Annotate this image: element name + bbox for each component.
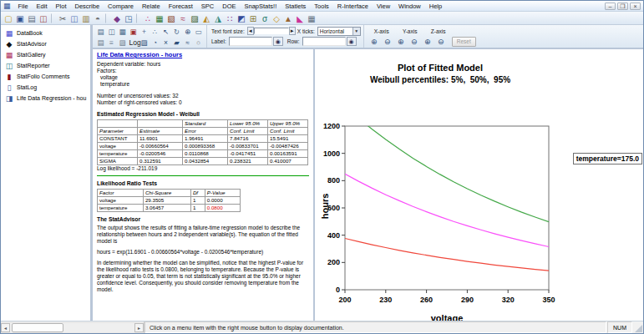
table-options-icon[interactable]: ▤ <box>96 26 106 36</box>
menu-item[interactable]: DOE <box>218 3 240 10</box>
minimize-button[interactable]: – <box>605 3 616 10</box>
slider-right-arrow-icon[interactable]: ► <box>289 27 296 35</box>
preview-window-icon[interactable]: ◫ <box>38 13 49 23</box>
zoom-in-y-axis-icon[interactable]: ⊕ <box>395 37 407 47</box>
temperature-annotation[interactable]: temperature=175.0 <box>573 153 642 164</box>
menu-item[interactable]: Describe <box>70 3 104 10</box>
zoom-out-x-axis-icon[interactable]: ⊖ <box>382 37 393 47</box>
separator[interactable] <box>51 13 55 23</box>
rotate-icon[interactable]: ↻ <box>172 26 182 36</box>
chart-pane: Plot of Fitted Model Weibull percentiles… <box>315 49 643 321</box>
restore-button[interactable]: ❐ <box>617 3 628 10</box>
comment-icon[interactable]: ◓ <box>93 13 104 23</box>
save-graph-icon[interactable]: ▣ <box>129 26 139 36</box>
reset-button[interactable]: Reset <box>452 37 476 47</box>
hatch-icon[interactable]: ▨ <box>139 37 150 47</box>
text-font-size-slider[interactable]: ◄► <box>247 27 296 35</box>
paste-icon[interactable]: ▥ <box>81 13 92 23</box>
sidebar-item[interactable]: ▦ DataBook <box>1 28 90 38</box>
print-icon[interactable]: ▤ <box>27 13 38 23</box>
zoom-in-x-axis-icon[interactable]: ⊕ <box>368 37 380 47</box>
smooth-icon[interactable]: ≈ <box>183 37 193 47</box>
forecast-icon[interactable]: ◭ <box>201 13 212 23</box>
zoom-in-z-axis-icon[interactable]: ⊕ <box>422 37 434 47</box>
save-statfolio-icon[interactable]: ▣ <box>15 13 26 23</box>
sidebar-item[interactable]: ▯ StatLog <box>1 82 90 93</box>
copy-analysis-icon[interactable]: ≡ <box>107 37 117 47</box>
aspect-ratio-icon[interactable]: ▭ <box>194 26 204 36</box>
find-label-icon[interactable]: ◉ <box>273 37 283 46</box>
zoom-out-z-axis-icon[interactable]: ⊖ <box>435 37 447 47</box>
cut-icon[interactable]: ✂ <box>58 13 68 23</box>
sidebar-item[interactable]: ▮ StatFolio Comments <box>1 71 90 82</box>
log-icon[interactable]: Log <box>129 37 139 47</box>
snapstats-icon[interactable]: ◩ <box>236 13 247 23</box>
find-row-icon[interactable]: ◉ <box>347 37 357 46</box>
brush-icon[interactable]: ▰ <box>172 37 182 47</box>
sidebar-item[interactable]: ◨ Life Data Regression - hou <box>1 93 90 104</box>
calculator-icon[interactable]: ▦ <box>307 13 317 23</box>
menu-item[interactable]: R-Interface <box>333 3 373 10</box>
menu-item[interactable]: Edit <box>33 3 52 10</box>
close-button[interactable]: × <box>630 3 641 10</box>
resize-grip[interactable] <box>632 321 643 333</box>
separator[interactable] <box>136 13 140 23</box>
scroll-right-icon[interactable]: ► <box>134 323 144 332</box>
anova-icon[interactable]: ▨ <box>190 13 200 23</box>
slider-left-arrow-icon[interactable]: ◄ <box>247 27 254 35</box>
show-points-icon[interactable]: ∴ <box>150 26 160 36</box>
exclude-icon[interactable]: × <box>161 37 171 47</box>
sidebar-horizontal-scrollbar[interactable]: ◄ ► <box>1 321 145 333</box>
scatterplot-icon[interactable]: ∴ <box>143 13 154 23</box>
copy-icon[interactable]: ◫ <box>69 13 80 23</box>
image-icon[interactable]: ▨ <box>118 37 128 47</box>
sidebar-item[interactable]: ◫ StatReporter <box>1 60 90 71</box>
label-input[interactable] <box>229 37 272 46</box>
relate-icon[interactable]: ≈ <box>178 13 189 23</box>
menu-item[interactable]: Statlets <box>281 3 310 10</box>
zoom-out-y-axis-icon[interactable]: ⊖ <box>408 37 420 47</box>
x-ticks-select[interactable]: Horizontal ▼ <box>317 27 361 36</box>
scrollbar-thumb[interactable] <box>12 323 63 332</box>
menu-item[interactable]: Plot <box>52 3 71 10</box>
print-preview-icon[interactable]: ◳ <box>124 13 134 23</box>
sidebar-item[interactable]: ◆ StatAdvisor <box>1 38 90 49</box>
select-arrow-icon[interactable]: ↖ <box>161 26 171 36</box>
sixsigma-icon[interactable]: σ <box>260 13 271 23</box>
graph-options-icon[interactable]: ◫ <box>107 26 117 36</box>
menu-item[interactable]: SnapStats!! <box>241 3 281 10</box>
spc-icon[interactable]: ◮ <box>213 13 224 23</box>
montecarlo-icon[interactable]: ▲ <box>283 13 294 23</box>
separator[interactable] <box>105 13 109 23</box>
scrollbar-track[interactable] <box>10 323 134 332</box>
menu-item[interactable]: Help <box>425 3 446 10</box>
describe-icon[interactable]: ▦ <box>155 13 165 23</box>
pan-icon[interactable]: + <box>139 26 150 36</box>
new-statfolio-icon[interactable]: ▢ <box>3 13 14 23</box>
statlets-icon[interactable]: ⊞ <box>248 13 259 23</box>
compare-icon[interactable]: ▧ <box>166 13 177 23</box>
menu-item[interactable]: Tools <box>310 3 333 10</box>
zoom-icon[interactable]: ⊕ <box>183 26 193 36</box>
menu-item[interactable]: SPC <box>197 3 218 10</box>
sidebar-item[interactable]: ▦ StatGallery <box>1 49 90 60</box>
slider-track[interactable] <box>254 28 289 34</box>
menu-item[interactable]: Forecast <box>165 3 197 10</box>
flag-icon[interactable]: ◣ <box>295 13 306 23</box>
menu-item[interactable]: View <box>373 3 394 10</box>
menu-item[interactable]: Relate <box>138 3 165 10</box>
statlink-icon[interactable]: ◆ <box>112 13 123 23</box>
sidebar-item-label: Life Data Regression - hou <box>17 95 86 101</box>
print-graph-icon[interactable]: ▤ <box>96 37 106 47</box>
menu-item[interactable]: Window <box>394 3 425 10</box>
report-title[interactable]: Life Data Regression - hours <box>97 52 309 58</box>
lamp-icon[interactable]: ○ <box>194 37 204 47</box>
menu-item[interactable]: File <box>14 3 33 10</box>
identify-icon[interactable]: ◔ <box>150 37 160 47</box>
statwizard-icon[interactable]: ◇ <box>271 13 282 23</box>
row-input[interactable] <box>302 37 346 46</box>
tile-windows-icon[interactable]: ▦ <box>118 26 128 36</box>
scroll-left-icon[interactable]: ◄ <box>1 323 10 332</box>
menu-item[interactable]: Compare <box>104 3 138 10</box>
doe-icon[interactable]: ∷ <box>225 13 236 23</box>
